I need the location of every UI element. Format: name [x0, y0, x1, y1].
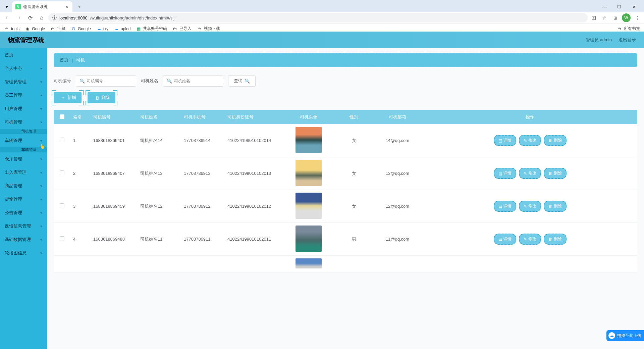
bookmark-item[interactable]: 🗀tools — [4, 26, 19, 32]
forward-button[interactable]: → — [14, 13, 23, 22]
cell-code: 1683618869459 — [91, 190, 138, 223]
home-button[interactable]: ⌂ — [37, 13, 46, 22]
search-input-name[interactable] — [174, 79, 224, 83]
search-input-code[interactable] — [87, 79, 137, 83]
close-window-button[interactable]: ✕ — [627, 2, 641, 12]
bookmark-item[interactable]: ☁txy — [96, 26, 108, 32]
bookmark-item[interactable]: ▦共享账号密码 — [136, 26, 167, 32]
driver-table: 索引 司机编号 司机姓名 司机手机号 司机身份证号 司机头像 性别 司机邮箱 操… — [54, 110, 637, 272]
add-button[interactable]: ＋ 新增 — [54, 92, 82, 103]
edit-button[interactable]: ✎修改 — [519, 168, 541, 179]
avatar-image[interactable] — [296, 160, 322, 186]
cell-index: 3 — [70, 190, 91, 223]
bookmark-item[interactable]: 🗀已导入 — [172, 26, 192, 32]
new-tab-button[interactable]: ＋ — [74, 2, 84, 11]
sidebar-item-profile[interactable]: 个人中心▾ — [0, 62, 47, 75]
sidebar-item-home[interactable]: 首页 — [0, 48, 47, 62]
close-tab-icon[interactable]: ✕ — [64, 4, 69, 9]
bookmark-star-icon[interactable]: ☆ — [600, 14, 608, 22]
float-upload-widget[interactable]: ☁ 拖拽至此上传 — [606, 330, 644, 341]
select-all-checkbox[interactable] — [60, 114, 64, 119]
chevron-down-icon: ▾ — [40, 139, 42, 143]
avatar-image[interactable] — [296, 193, 322, 219]
google-icon: ◉ — [25, 26, 30, 32]
detail-button[interactable]: ▤详情 — [494, 168, 516, 179]
chevron-down-icon: ▾ — [40, 157, 42, 161]
avatar-image[interactable] — [296, 127, 322, 153]
detail-button[interactable]: ▤详情 — [494, 201, 516, 212]
sidebar-subitem-vehicle-list[interactable]: 车辆管理 — [0, 147, 47, 152]
folder-icon: 🗀 — [172, 26, 178, 32]
sidebar-item-product[interactable]: 商品管理▾ — [0, 179, 47, 193]
cloud-upload-icon: ☁ — [608, 332, 615, 339]
delete-row-button[interactable]: 🗑删除 — [544, 135, 567, 146]
sidebar-item-driver[interactable]: 司机管理▾ — [0, 115, 47, 129]
sidebar-subitem-driver-list[interactable]: 司机管理 — [0, 129, 47, 134]
sidebar-item-staff[interactable]: 员工管理▾ — [0, 89, 47, 102]
delete-row-button[interactable]: 🗑删除 — [544, 168, 567, 179]
back-button[interactable]: ← — [3, 13, 12, 22]
folder-icon: 🗀 — [197, 26, 202, 32]
sidebar-item-admin[interactable]: 管理员管理▾ — [0, 75, 47, 89]
row-checkbox[interactable] — [60, 236, 64, 241]
edit-button[interactable]: ✎修改 — [519, 135, 541, 146]
app-header: 物流管理系统 管理员 admin 退出登录 — [0, 32, 644, 48]
profile-avatar[interactable]: W — [622, 13, 631, 22]
avatar-image[interactable] — [296, 226, 322, 252]
th-idcard: 司机身份证号 — [225, 110, 282, 124]
sidebar-item-cargo[interactable]: 货物管理▾ — [0, 193, 47, 206]
maximize-button[interactable]: ☐ — [612, 2, 627, 12]
sidebar-item-feedback[interactable]: 反馈信息管理▾ — [0, 219, 47, 233]
edit-icon: ✎ — [524, 237, 527, 242]
tab-list-dropdown[interactable]: ▾ — [3, 3, 11, 11]
bookmark-item[interactable]: ☁uplod — [114, 26, 130, 32]
chevron-down-icon: ▾ — [40, 224, 42, 229]
sidebar-item-warehouse[interactable]: 仓库管理▾ — [0, 152, 47, 166]
sidebar-item-users[interactable]: 用户管理▾ — [0, 102, 47, 115]
delete-button[interactable]: 🗑 删除 — [88, 92, 115, 103]
bookmark-item[interactable]: 🗀宝藏 — [50, 26, 65, 32]
extensions-icon[interactable]: ⊞ — [611, 14, 619, 22]
logout-link[interactable]: 退出登录 — [619, 37, 636, 43]
key-icon[interactable]: ⚿ — [590, 14, 598, 22]
bookmark-item[interactable]: GGoogle — [71, 26, 91, 32]
sidebar-item-stock[interactable]: 出入库管理▾ — [0, 166, 47, 179]
table-row: 3 1683618869459 司机姓名12 17703786912 41022… — [54, 190, 637, 223]
th-phone: 司机手机号 — [181, 110, 225, 124]
app-title: 物流管理系统 — [8, 36, 44, 44]
bookmark-item[interactable]: 🗀视频下载 — [197, 26, 220, 32]
current-user-label[interactable]: 管理员 admin — [586, 37, 612, 43]
edit-button[interactable]: ✎修改 — [519, 234, 541, 245]
site-info-icon[interactable]: ⓘ — [52, 15, 57, 21]
row-checkbox[interactable] — [60, 203, 64, 208]
sidebar-item-notice[interactable]: 公告管理▾ — [0, 206, 47, 219]
plus-icon: ＋ — [61, 95, 65, 101]
cell-gender: 女 — [335, 190, 372, 223]
reload-button[interactable]: ⟳ — [25, 13, 35, 22]
address-bar: ← → ⟳ ⌂ ⓘ localhost:8080/wuliuguanlixito… — [0, 12, 644, 23]
edit-button[interactable]: ✎修改 — [519, 201, 541, 212]
folder-icon: 🗀 — [617, 26, 622, 32]
detail-button[interactable]: ▤详情 — [494, 234, 516, 245]
cell-phone: 17703786913 — [181, 157, 225, 190]
url-input[interactable]: ⓘ localhost:8080/wuliuguanlixitong/admin… — [48, 13, 588, 22]
browser-tab[interactable]: V 物流管理系统 ✕ — [12, 1, 72, 12]
row-checkbox[interactable] — [60, 170, 64, 175]
sidebar-item-basicdata[interactable]: 基础数据管理▾ — [0, 233, 47, 246]
cell-code: 1683618869488 — [91, 223, 138, 256]
detail-button[interactable]: ▤详情 — [494, 135, 516, 146]
bookmark-item[interactable]: ◉Google — [25, 26, 45, 32]
sidebar-item-vehicle[interactable]: 车辆管理▾ — [0, 134, 47, 147]
sidebar-item-carousel[interactable]: 轮播图信息▾ — [0, 246, 47, 260]
all-bookmarks[interactable]: 🗀所有书签 — [617, 26, 640, 32]
detail-icon: ▤ — [498, 237, 502, 242]
minimize-button[interactable]: — — [597, 2, 612, 12]
browser-menu-icon[interactable]: ⋮ — [633, 14, 641, 22]
cell-name: 司机姓名14 — [138, 124, 181, 157]
breadcrumb-home[interactable]: 首页 — [60, 57, 68, 63]
query-button[interactable]: 查询 🔍 — [228, 75, 256, 87]
delete-row-button[interactable]: 🗑删除 — [544, 234, 567, 245]
delete-row-button[interactable]: 🗑删除 — [544, 201, 567, 212]
row-checkbox[interactable] — [60, 138, 64, 142]
avatar-image[interactable] — [296, 258, 322, 268]
